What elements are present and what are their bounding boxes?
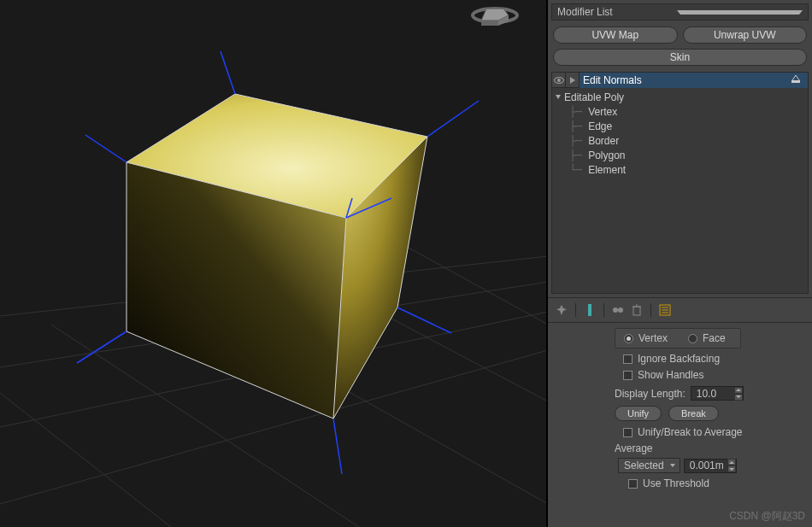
svg-rect-25 xyxy=(588,304,591,316)
tree-root[interactable]: Editable Poly xyxy=(552,90,808,104)
svg-rect-24 xyxy=(791,80,800,83)
modifier-list-label: Modifier List xyxy=(557,6,677,18)
svg-line-13 xyxy=(427,101,479,137)
modifier-stack[interactable]: Edit Normals Editable Poly ├─ Vertex ├─ … xyxy=(551,72,809,294)
pin-stack-icon[interactable] xyxy=(791,73,801,86)
average-distance-spinner[interactable]: 0.001m xyxy=(684,459,737,473)
display-length-spinner[interactable]: 10.0 xyxy=(691,386,744,401)
unify-break-average-checkbox[interactable] xyxy=(623,428,633,437)
face-label: Face xyxy=(703,332,726,344)
collapse-icon[interactable] xyxy=(556,95,561,99)
face-radio[interactable] xyxy=(688,334,697,343)
svg-point-26 xyxy=(613,307,618,313)
skin-button[interactable]: Skin xyxy=(553,49,807,66)
selection-mode-group: Vertex Face xyxy=(615,328,741,348)
stack-visibility-icon[interactable] xyxy=(552,73,566,88)
ignore-backfacing-label: Ignore Backfacing xyxy=(638,353,720,365)
svg-line-4 xyxy=(0,393,171,527)
modifier-panel: Modifier List UVW Map Unwrap UVW Skin Ed… xyxy=(548,0,812,527)
ignore-backfacing-checkbox[interactable] xyxy=(623,354,633,364)
use-threshold-checkbox[interactable] xyxy=(628,479,638,489)
configure-modifier-sets-icon[interactable] xyxy=(658,303,672,317)
svg-line-17 xyxy=(397,307,451,333)
average-heading: Average xyxy=(615,442,803,454)
spinner-down-icon[interactable] xyxy=(734,394,743,401)
vertex-label: Vertex xyxy=(638,332,668,344)
tree-sub-border[interactable]: ├─ Border xyxy=(552,133,808,148)
vertex-radio[interactable] xyxy=(624,334,633,343)
stack-enable-icon[interactable] xyxy=(566,73,580,88)
spinner-up-icon[interactable] xyxy=(727,459,736,466)
stack-toolbar xyxy=(548,297,812,323)
display-length-label: Display Length: xyxy=(615,388,685,400)
svg-line-12 xyxy=(221,51,235,94)
average-mode-dropdown[interactable]: Selected xyxy=(618,458,680,473)
show-handles-checkbox[interactable] xyxy=(623,371,633,380)
svg-rect-28 xyxy=(633,307,640,315)
svg-point-27 xyxy=(618,307,623,313)
svg-marker-22 xyxy=(481,20,498,26)
viewcube[interactable] xyxy=(469,0,521,34)
show-handles-label: Show Handles xyxy=(638,369,703,381)
unwrap-uvw-button[interactable]: Unwrap UVW xyxy=(683,26,808,44)
modifier-tree: Editable Poly ├─ Vertex ├─ Edge ├─ Borde… xyxy=(552,88,808,179)
make-unique-icon[interactable] xyxy=(611,303,625,317)
svg-line-8 xyxy=(393,239,548,325)
tree-sub-element[interactable]: └─ Element xyxy=(552,162,808,177)
modifier-list-dropdown[interactable]: Modifier List xyxy=(551,3,809,20)
uvw-map-button[interactable]: UVW Map xyxy=(553,26,678,44)
svg-line-14 xyxy=(85,135,127,162)
remove-modifier-icon[interactable] xyxy=(630,303,644,317)
show-end-result-icon[interactable] xyxy=(583,303,597,317)
viewport-canvas xyxy=(0,0,548,527)
chevron-down-icon xyxy=(677,10,803,15)
stack-selected-modifier[interactable]: Edit Normals xyxy=(580,73,808,88)
svg-line-19 xyxy=(333,419,342,474)
edit-normals-params: Vertex Face Ignore Backfacing Show Handl… xyxy=(548,323,812,499)
spinner-up-icon[interactable] xyxy=(734,387,743,394)
use-threshold-label: Use Threshold xyxy=(643,477,709,489)
tree-sub-polygon[interactable]: ├─ Polygon xyxy=(552,148,808,162)
viewport[interactable] xyxy=(0,0,548,527)
svg-line-18 xyxy=(77,331,127,363)
tree-sub-edge[interactable]: ├─ Edge xyxy=(552,119,808,133)
unify-break-average-label: Unify/Break to Average xyxy=(638,426,743,438)
unify-button[interactable]: Unify xyxy=(615,406,662,421)
break-button[interactable]: Break xyxy=(668,406,719,421)
tree-sub-vertex[interactable]: ├─ Vertex xyxy=(552,104,808,119)
spinner-down-icon[interactable] xyxy=(727,466,736,472)
pin-icon[interactable] xyxy=(555,303,568,317)
